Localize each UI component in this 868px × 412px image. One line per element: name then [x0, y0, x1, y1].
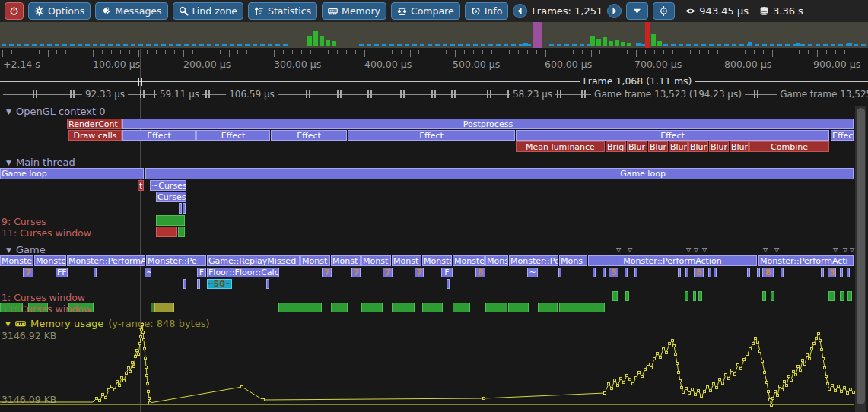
- collapse-triangle-icon[interactable]: ▼: [6, 108, 11, 116]
- zone[interactable]: [698, 291, 702, 301]
- zone[interactable]: Monste: [0, 255, 33, 266]
- zone[interactable]: ~50~: [207, 279, 232, 289]
- zone[interactable]: Monst: [300, 255, 330, 266]
- zone[interactable]: [747, 268, 750, 277]
- zone[interactable]: Monste: [34, 255, 66, 266]
- zone[interactable]: F: [441, 268, 453, 277]
- zone[interactable]: Monster::PerformActi: [758, 255, 854, 266]
- zone[interactable]: 7: [415, 268, 424, 277]
- zone[interactable]: [625, 291, 629, 301]
- zone[interactable]: [485, 303, 507, 312]
- zone[interactable]: [183, 203, 186, 214]
- zone[interactable]: [693, 291, 696, 301]
- zone[interactable]: [361, 303, 383, 312]
- zone[interactable]: 3: [828, 268, 836, 277]
- zone[interactable]: [771, 291, 774, 301]
- zone[interactable]: Monst: [361, 255, 391, 266]
- zone[interactable]: Blur: [688, 141, 708, 152]
- zone[interactable]: [757, 268, 760, 277]
- zone[interactable]: Floor::Floor::Calc: [207, 268, 279, 277]
- frameset-label[interactable]: Game frame 13,523 (194.23 µs): [591, 89, 745, 100]
- zone[interactable]: Effect: [271, 130, 347, 141]
- message-marker-icon[interactable]: ▽: [843, 246, 847, 253]
- zone[interactable]: [847, 291, 852, 301]
- zone[interactable]: ~: [145, 268, 151, 277]
- zone[interactable]: [266, 279, 269, 289]
- zone[interactable]: [156, 215, 185, 226]
- zone[interactable]: ~Curses: [150, 180, 186, 191]
- zone[interactable]: Effect: [196, 130, 270, 141]
- zone[interactable]: [331, 303, 348, 312]
- zone[interactable]: Monster::PerformA: [67, 255, 145, 266]
- zone[interactable]: [708, 268, 711, 277]
- section-header-game[interactable]: ▼Game: [6, 244, 46, 255]
- zone[interactable]: 5: [609, 268, 618, 277]
- zone[interactable]: [559, 303, 605, 312]
- zone[interactable]: 7: [23, 268, 33, 277]
- zone[interactable]: [840, 268, 843, 277]
- zone[interactable]: Effect: [831, 130, 854, 141]
- zone[interactable]: [685, 268, 688, 277]
- frameset-label[interactable]: 59.11 µs: [157, 89, 202, 100]
- zone[interactable]: Brigh: [606, 141, 626, 152]
- zone[interactable]: [625, 268, 628, 277]
- zone[interactable]: [197, 279, 200, 289]
- zone[interactable]: [781, 268, 784, 277]
- message-marker-icon[interactable]: ▽: [850, 246, 854, 253]
- message-marker-icon[interactable]: ▽: [686, 246, 691, 253]
- zone[interactable]: Monste: [453, 255, 485, 266]
- zone[interactable]: Draw calls: [68, 130, 122, 141]
- zone[interactable]: 8: [762, 268, 774, 277]
- zone[interactable]: [178, 227, 185, 237]
- zone[interactable]: Mean luminance: [516, 141, 605, 152]
- zone[interactable]: Monst: [392, 255, 421, 266]
- section-header-opengl-context-0[interactable]: ▼OpenGL context 0: [6, 106, 106, 117]
- zone[interactable]: FF: [56, 268, 68, 277]
- zone[interactable]: Blur: [730, 141, 749, 152]
- zone[interactable]: Effect: [348, 130, 515, 141]
- zone[interactable]: [593, 268, 596, 277]
- zone[interactable]: 7: [322, 268, 332, 277]
- zone[interactable]: [538, 303, 558, 312]
- zone[interactable]: ti: [138, 180, 144, 191]
- zone[interactable]: Postprocess: [122, 119, 854, 129]
- zone[interactable]: [145, 168, 854, 179]
- zone[interactable]: [183, 279, 186, 289]
- message-marker-icon[interactable]: ▽: [628, 246, 632, 253]
- zone[interactable]: Game loop: [0, 168, 144, 179]
- zone[interactable]: [714, 268, 717, 277]
- zone[interactable]: Monster::PerformAction: [588, 255, 757, 266]
- zone[interactable]: [558, 268, 561, 277]
- zone[interactable]: [840, 291, 844, 301]
- zone[interactable]: Effect: [516, 130, 829, 141]
- zone[interactable]: [422, 303, 443, 312]
- zone[interactable]: Blur: [709, 141, 729, 152]
- zone[interactable]: [603, 268, 606, 277]
- frameset-label[interactable]: 92.33 µs: [82, 89, 128, 100]
- zone[interactable]: [156, 227, 177, 237]
- zone[interactable]: [828, 291, 835, 301]
- zone[interactable]: [678, 268, 681, 277]
- zone[interactable]: Monst: [331, 255, 361, 266]
- zone[interactable]: F: [197, 268, 206, 277]
- zone[interactable]: Monster::Pe: [146, 255, 206, 266]
- zone[interactable]: Blur: [669, 141, 688, 152]
- message-marker-icon[interactable]: ▽: [702, 246, 707, 253]
- frameset-label[interactable]: 58.23 µs: [510, 89, 555, 100]
- zone[interactable]: Monste: [422, 255, 452, 266]
- zone[interactable]: [762, 291, 766, 301]
- zone[interactable]: Game::ReplayMissed: [207, 255, 300, 266]
- collapse-triangle-icon[interactable]: ▼: [6, 159, 11, 166]
- zone[interactable]: [154, 303, 174, 312]
- zone[interactable]: [278, 303, 322, 312]
- zone[interactable]: 7: [351, 268, 361, 277]
- message-marker-icon[interactable]: ▽: [833, 246, 838, 253]
- zone[interactable]: [447, 279, 450, 289]
- scrollbar-thumb[interactable]: [857, 108, 865, 404]
- section-header-main-thread[interactable]: ▼Main thread: [6, 157, 75, 168]
- zone[interactable]: [392, 303, 415, 312]
- zone[interactable]: Blur: [648, 141, 668, 152]
- zone[interactable]: 8: [694, 268, 704, 277]
- zone[interactable]: Monster::Pe: [509, 255, 558, 266]
- zone[interactable]: [847, 268, 850, 277]
